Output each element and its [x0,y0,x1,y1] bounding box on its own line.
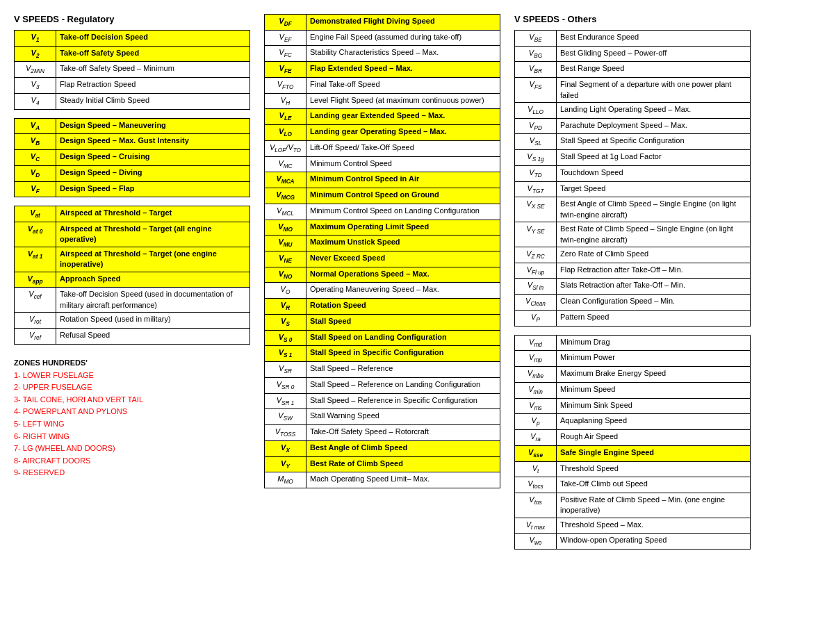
zone-item: 9- RESERVED [14,467,250,479]
middle-table: VDFDemonstrated Flight Diving SpeedVEFEn… [264,14,500,488]
speed-description: Take-off Safety Speed [56,46,250,62]
table-row: VS 1gStall Speed at 1g Load Factor [515,150,751,166]
table-row: VTDTouchdown Speed [515,165,751,181]
table-row: VmbeMaximum Brake Energy Speed [515,367,751,383]
speed-description: Minimum Control Speed in Air [306,172,500,188]
speed-description: Engine Fail Speed (assumed during take-o… [306,30,500,46]
speed-description: Rough Air Speed [557,430,751,446]
speed-symbol: VMU [265,236,306,251]
table-row: VTOSSTake-Off Safety Speed – Rotorcraft [265,425,500,441]
regulatory-title: V SPEEDS - Regulatory [14,14,250,24]
table-row: VEFEngine Fail Speed (assumed during tak… [265,30,500,46]
table-row: VmpMinimum Power [515,351,751,367]
table-row: VtosPositive Rate of Climb Speed – Min. … [515,493,751,518]
table-row: VwoWindow-open Operating Speed [515,534,751,550]
table-row: VLELanding gear Extended Speed – Max. [265,109,500,125]
zones-title: ZONES HUNDREDS' [14,358,250,367]
table-row: VSLStall Speed at Specific Configuration [515,134,751,150]
table-row: VNONormal Operations Speed – Max. [265,267,500,283]
table-row: VrefRefusal Speed [15,328,250,344]
speed-description: Design Speed – Maneuvering [56,118,250,134]
speed-symbol: VTOSS [265,425,306,441]
speed-symbol: VSR 0 [265,377,306,393]
speed-description: Design Speed – Max. Gust Intensity [56,134,250,150]
speed-description: Parachute Deployment Speed – Max. [557,118,751,134]
zones-list: 1- LOWER FUSELAGE2- UPPER FUSELAGE3- TAI… [14,370,250,479]
others-table-bottom: VmdMinimum DragVmpMinimum PowerVmbeMaxim… [514,335,751,550]
speed-description: Stall Speed at Specific Configuration [557,134,751,150]
speed-symbol: VEF [265,30,306,46]
regulatory-column: V SPEEDS - Regulatory V1Take-off Decisio… [14,14,250,558]
speed-description: Stability Characteristics Speed – Max. [306,46,500,62]
page-container: V SPEEDS - Regulatory V1Take-off Decisio… [14,14,820,558]
speed-symbol: Vmbe [515,367,557,383]
zone-item: 5- LEFT WING [14,418,250,431]
others-table-top: VBEBest Endurance SpeedVBGBest Gliding S… [514,30,751,327]
speed-symbol: Vref [15,328,56,344]
speed-symbol: VY [265,456,306,472]
speed-description: Maximum Unstick Speed [306,236,500,251]
speed-description: Take-Off Climb out Speed [557,477,751,493]
regulatory-table-1: V1Take-off Decision SpeedV2Take-off Safe… [14,30,250,110]
table-row: VFTOFinal Take-off Speed [265,77,500,93]
table-row: VtThreshold Speed [515,461,751,477]
speed-description: Design Speed – Diving [56,165,250,181]
speed-symbol: Vt [515,461,557,477]
speed-description: Best Endurance Speed [557,31,751,47]
speed-description: Level Flight Speed (at maximum continuou… [306,93,500,109]
table-row: VHLevel Flight Speed (at maximum continu… [265,93,500,109]
speed-description: Never Exceed Speed [306,251,500,267]
speed-description: Stall Speed at 1g Load Factor [557,150,751,166]
table-row: VX SEBest Angle of Climb Speed – Single … [515,197,751,222]
speed-description: Flap Retraction Speed [56,78,250,94]
table-row: VminMinimum Speed [515,382,751,398]
table-row: VraRough Air Speed [515,430,751,446]
table-row: VRRotation Speed [265,299,500,315]
speed-symbol: VClean [515,295,557,311]
speed-symbol: Vms [515,398,557,414]
speed-symbol: VFE [265,62,306,78]
table-row: VtocsTake-Off Climb out Speed [515,477,751,493]
speed-description: Lift-Off Speed/ Take-Off Speed [306,140,500,156]
speed-symbol: VX SE [515,197,557,222]
speed-symbol: VTGT [515,181,557,197]
table-row: VADesign Speed – Maneuvering [15,118,250,134]
table-row: VSRStall Speed – Reference [265,362,500,378]
zones-section: ZONES HUNDREDS' 1- LOWER FUSELAGE2- UPPE… [14,358,250,479]
speed-description: Stall Warning Speed [306,409,500,425]
table-row: V1Take-off Decision Speed [15,31,250,47]
others-title: V SPEEDS - Others [514,14,751,24]
table-row: VBGBest Gliding Speed – Power-off [515,46,751,62]
regulatory-table-2: VADesign Speed – ManeuveringVBDesign Spe… [14,118,250,198]
speed-description: Pattern Speed [557,310,751,326]
speed-symbol: VLO [265,125,306,141]
speed-symbol: VSR [265,362,306,378]
speed-description: Minimum Speed [557,382,751,398]
speed-symbol: V4 [15,93,56,109]
speed-symbol: Vmin [515,382,557,398]
middle-column: VDFDemonstrated Flight Diving SpeedVEFEn… [264,14,500,558]
speed-description: Zero Rate of Climb Speed [557,247,751,263]
speed-symbol: VBR [515,62,557,78]
speed-symbol: V2 [15,46,56,62]
regulatory-table-3: VatAirspeed at Threshold – TargetVat 0Ai… [14,206,250,344]
speed-symbol: Vtocs [515,477,557,493]
table-row: VS 0Stall Speed on Landing Configuration [265,330,500,346]
speed-symbol: VSR 1 [265,393,306,409]
speed-description: Maximum Operating Limit Speed [306,220,500,236]
speed-symbol: Vp [515,414,557,430]
speed-description: Landing Light Operating Speed – Max. [557,102,751,118]
speed-description: Threshold Speed – Max. [557,518,751,534]
speed-symbol: VX [265,440,306,456]
table-row: VMOMaximum Operating Limit Speed [265,220,500,236]
speed-symbol: Vapp [15,272,56,288]
others-column: V SPEEDS - Others VBEBest Endurance Spee… [514,14,751,558]
table-row: VFEFlap Extended Speed – Max. [265,62,500,78]
speed-symbol: Vmd [515,335,557,351]
table-row: VMCAMinimum Control Speed in Air [265,172,500,188]
speed-symbol: Vra [515,430,557,446]
speed-description: Demonstrated Flight Diving Speed [306,15,500,31]
speed-description: Take-Off Safety Speed – Rotorcraft [306,425,500,441]
speed-symbol: Vat 1 [15,247,56,272]
table-row: V3Flap Retraction Speed [15,78,250,94]
